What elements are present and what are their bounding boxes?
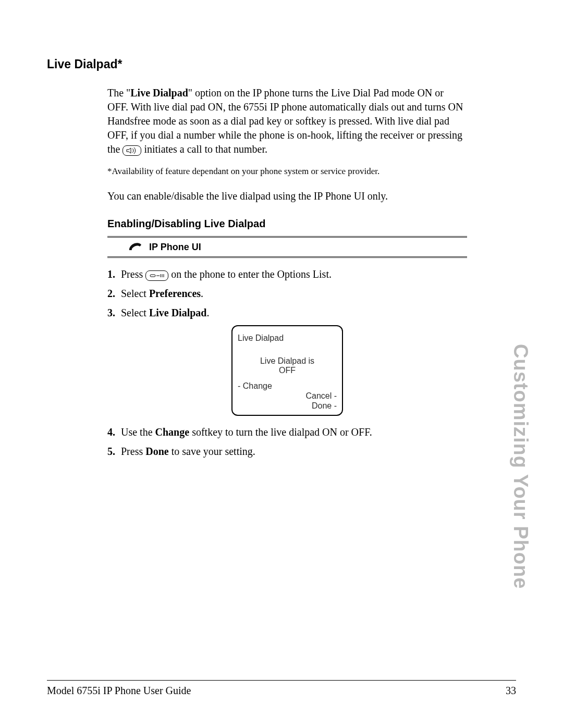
softkey-done: Done - <box>238 401 337 411</box>
svg-marker-0 <box>127 148 131 153</box>
intro-bold-term: Live Dialpad <box>130 87 188 98</box>
phone-lcd-screen: Live Dialpad Live Dialpad is OFF - Chang… <box>231 325 343 416</box>
steps-list: 1. Press on the phone to enter the Optio… <box>107 267 467 320</box>
step-number: 1. <box>107 267 121 281</box>
step-number: 4. <box>107 425 121 439</box>
done-label: Done <box>145 446 168 457</box>
page-number: 33 <box>506 685 516 697</box>
availability-note: *Availability of feature dependant on yo… <box>107 166 467 178</box>
intro-text-after: initiates a call to that number. <box>141 143 267 155</box>
step-text-after: softkey to turn the live dialpad ON or O… <box>189 426 372 438</box>
step-5: 5. Press Done to save your setting. <box>107 445 467 459</box>
step-text-before: Select <box>121 307 149 318</box>
svg-rect-1 <box>150 275 155 277</box>
status-line-2: OFF <box>248 366 326 375</box>
step-text-after: to save your setting. <box>169 446 255 457</box>
step-3: 3. Select Live Dialpad. <box>107 306 467 320</box>
live-dialpad-label: Live Dialpad <box>149 307 207 318</box>
section-heading: Live Dialpad* <box>47 57 516 71</box>
intro-text-before: The " <box>107 87 130 98</box>
options-key-icon <box>145 270 168 281</box>
steps-list-cont: 4. Use the Change softkey to turn the li… <box>107 425 467 459</box>
step-1: 1. Press on the phone to enter the Optio… <box>107 267 467 281</box>
step-text-after: on the phone to enter the Options List. <box>168 268 332 280</box>
step-text-after: . <box>201 288 203 299</box>
step-text-before: Select <box>121 288 149 299</box>
step-text-before: Press <box>121 268 145 280</box>
step-number: 3. <box>107 306 121 320</box>
chapter-tab: Customizing Your Phone <box>509 344 532 589</box>
change-label: Change <box>155 426 190 438</box>
subsection-heading: Enabling/Disabling Live Dialpad <box>107 217 467 231</box>
screen-status: Live Dialpad is OFF <box>238 356 337 377</box>
body-content: The "Live Dialpad" option on the IP phon… <box>107 86 467 459</box>
step-4: 4. Use the Change softkey to turn the li… <box>107 425 467 439</box>
step-number: 5. <box>107 445 121 459</box>
status-line-1: Live Dialpad is <box>248 356 326 366</box>
phone-ui-icon <box>128 242 143 252</box>
ip-phone-ui-label: IP Phone UI <box>149 241 201 253</box>
page-footer: Model 6755i IP Phone User Guide 33 <box>47 680 516 697</box>
softkey-cancel: Cancel - <box>238 391 337 401</box>
speaker-key-icon <box>123 145 141 156</box>
step-text-after: . <box>206 307 209 318</box>
screen-title: Live Dialpad <box>238 332 337 344</box>
preferences-label: Preferences <box>149 288 201 299</box>
step-2: 2. Select Preferences. <box>107 287 467 301</box>
step-text-before: Press <box>121 446 145 457</box>
footer-doc-title: Model 6755i IP Phone User Guide <box>47 685 191 697</box>
softkey-change: - Change <box>238 380 337 392</box>
step-text-before: Use the <box>121 426 155 438</box>
step-number: 2. <box>107 287 121 301</box>
intro-paragraph: The "Live Dialpad" option on the IP phon… <box>107 86 467 156</box>
enable-note: You can enable/disable the live dialpad … <box>107 189 467 203</box>
ip-phone-ui-banner: IP Phone UI <box>107 236 467 258</box>
